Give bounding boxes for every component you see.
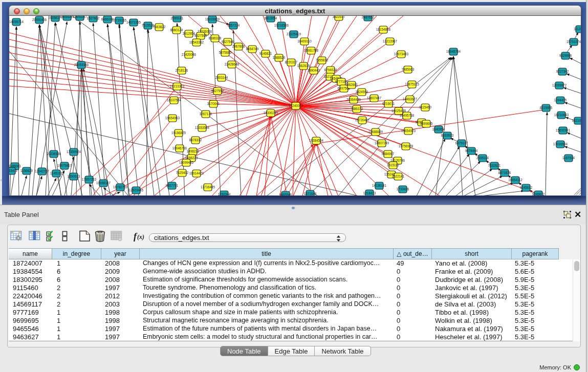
svg-text:3822037: 3822037 bbox=[333, 16, 345, 18]
svg-text:1640954: 1640954 bbox=[432, 127, 445, 131]
svg-text:7663822: 7663822 bbox=[153, 25, 166, 29]
svg-text:22428648: 22428648 bbox=[225, 62, 239, 66]
svg-text:9245672: 9245672 bbox=[532, 192, 545, 196]
svg-text:20053346: 20053346 bbox=[74, 63, 89, 67]
svg-text:15751074: 15751074 bbox=[567, 40, 581, 43]
svg-text:2099141: 2099141 bbox=[171, 16, 184, 20]
svg-text:16409110: 16409110 bbox=[297, 39, 312, 43]
svg-text:9465546: 9465546 bbox=[279, 193, 292, 196]
svg-text:1244415: 1244415 bbox=[554, 98, 567, 102]
svg-text:1362615: 1362615 bbox=[297, 64, 310, 68]
svg-text:23325419: 23325419 bbox=[287, 32, 301, 36]
svg-text:17957253: 17957253 bbox=[82, 178, 97, 181]
svg-text:1615112: 1615112 bbox=[387, 163, 400, 167]
svg-text:16154808: 16154808 bbox=[376, 28, 391, 31]
svg-text:7632621: 7632621 bbox=[488, 164, 501, 167]
svg-text:1156829: 1156829 bbox=[20, 169, 33, 172]
svg-text:8933923: 8933923 bbox=[441, 134, 454, 137]
svg-text:15495758: 15495758 bbox=[400, 114, 415, 117]
svg-text:15692991: 15692991 bbox=[556, 128, 571, 132]
svg-text:18300295: 18300295 bbox=[264, 111, 278, 115]
svg-text:9146821: 9146821 bbox=[259, 52, 272, 55]
svg-text:16914479: 16914479 bbox=[189, 171, 204, 175]
svg-text:10046766: 10046766 bbox=[172, 146, 187, 150]
svg-text:7886372: 7886372 bbox=[351, 107, 363, 111]
svg-text:16099485: 16099485 bbox=[179, 161, 194, 164]
svg-text:2967608: 2967608 bbox=[232, 45, 245, 48]
svg-text:9245612: 9245612 bbox=[520, 186, 533, 189]
svg-text:16107554: 16107554 bbox=[167, 98, 182, 102]
svg-text:16543362: 16543362 bbox=[189, 40, 204, 44]
svg-text:1621064: 1621064 bbox=[572, 119, 581, 122]
svg-text:13716485: 13716485 bbox=[201, 185, 215, 189]
svg-text:2718126: 2718126 bbox=[176, 69, 188, 72]
svg-text:10654112: 10654112 bbox=[508, 178, 522, 182]
svg-text:14136141: 14136141 bbox=[372, 184, 387, 187]
svg-text:1527602: 1527602 bbox=[87, 16, 100, 20]
svg-text:17016504: 17016504 bbox=[553, 142, 568, 146]
svg-text:6216011: 6216011 bbox=[382, 102, 395, 105]
svg-text:9899695: 9899695 bbox=[420, 122, 433, 125]
svg-text:2935114: 2935114 bbox=[476, 156, 489, 160]
svg-text:9857791: 9857791 bbox=[166, 184, 179, 187]
svg-text:7462661: 7462661 bbox=[345, 83, 358, 86]
svg-text:16782759: 16782759 bbox=[113, 185, 128, 189]
svg-text:12213303: 12213303 bbox=[170, 84, 185, 88]
svg-text:12923445: 12923445 bbox=[129, 188, 144, 192]
svg-text:1290513: 1290513 bbox=[68, 174, 80, 178]
svg-text:9827552: 9827552 bbox=[211, 89, 224, 93]
svg-text:9884067: 9884067 bbox=[382, 152, 395, 156]
svg-text:1371648: 1371648 bbox=[304, 192, 317, 195]
svg-text:10958107: 10958107 bbox=[96, 181, 111, 185]
svg-text:8215955: 8215955 bbox=[540, 106, 553, 110]
svg-text:14671355: 14671355 bbox=[126, 20, 141, 24]
svg-text:9115460: 9115460 bbox=[419, 105, 432, 109]
svg-text:10653287: 10653287 bbox=[73, 16, 88, 18]
svg-text:13875115: 13875115 bbox=[405, 82, 419, 86]
svg-text:20364436: 20364436 bbox=[346, 98, 361, 101]
svg-text:1588520: 1588520 bbox=[273, 56, 286, 59]
svg-text:18807249: 18807249 bbox=[375, 141, 389, 145]
svg-text:19756928: 19756928 bbox=[399, 144, 413, 148]
svg-text:19463627: 19463627 bbox=[403, 97, 418, 101]
svg-text:8220317: 8220317 bbox=[285, 60, 298, 64]
svg-text:8471676: 8471676 bbox=[498, 171, 511, 174]
svg-text:1167534: 1167534 bbox=[562, 156, 575, 160]
svg-text:10973493: 10973493 bbox=[394, 52, 409, 56]
svg-text:7625402: 7625402 bbox=[176, 171, 189, 174]
svg-text:9227342: 9227342 bbox=[556, 70, 569, 73]
svg-text:7485063: 7485063 bbox=[402, 68, 415, 71]
svg-text:8878312: 8878312 bbox=[189, 138, 202, 142]
svg-text:9329966: 9329966 bbox=[559, 54, 572, 57]
svg-text:19218506: 19218506 bbox=[274, 24, 289, 27]
svg-text:19654963: 19654963 bbox=[165, 116, 180, 120]
svg-text:19384554: 19384554 bbox=[309, 139, 324, 142]
svg-text:21420046: 21420046 bbox=[182, 53, 197, 56]
svg-text:9327546: 9327546 bbox=[222, 40, 234, 43]
svg-text:5875685: 5875685 bbox=[219, 51, 232, 54]
svg-text:19166825: 19166825 bbox=[171, 131, 186, 135]
svg-text:16648784: 16648784 bbox=[446, 50, 461, 53]
svg-text:8454749: 8454749 bbox=[246, 47, 259, 51]
svg-text:1498222: 1498222 bbox=[187, 149, 200, 153]
svg-text:12942737: 12942737 bbox=[35, 169, 50, 173]
svg-text:10688609: 10688609 bbox=[368, 130, 383, 134]
svg-text:8660124: 8660124 bbox=[170, 28, 183, 32]
svg-text:7857224: 7857224 bbox=[227, 24, 240, 27]
svg-text:12213967: 12213967 bbox=[383, 39, 398, 43]
svg-text:2803144: 2803144 bbox=[215, 76, 228, 79]
svg-text:16961758: 16961758 bbox=[304, 49, 319, 52]
svg-text:3267130: 3267130 bbox=[200, 112, 212, 116]
svg-text:1145191: 1145191 bbox=[50, 171, 63, 175]
svg-text:16210643: 16210643 bbox=[554, 113, 569, 117]
svg-text:19975867: 19975867 bbox=[57, 164, 72, 167]
svg-text:3170041: 3170041 bbox=[207, 102, 220, 105]
svg-text:8186328: 8186328 bbox=[209, 36, 222, 40]
svg-text:7955812: 7955812 bbox=[316, 58, 329, 62]
svg-text:9474444: 9474444 bbox=[465, 149, 478, 152]
svg-text:1112841: 1112841 bbox=[574, 27, 581, 31]
svg-text:17359924: 17359924 bbox=[67, 150, 81, 154]
svg-text:13353594: 13353594 bbox=[195, 126, 210, 129]
svg-text:8813054: 8813054 bbox=[265, 16, 277, 20]
svg-text:1218413: 1218413 bbox=[363, 191, 376, 195]
